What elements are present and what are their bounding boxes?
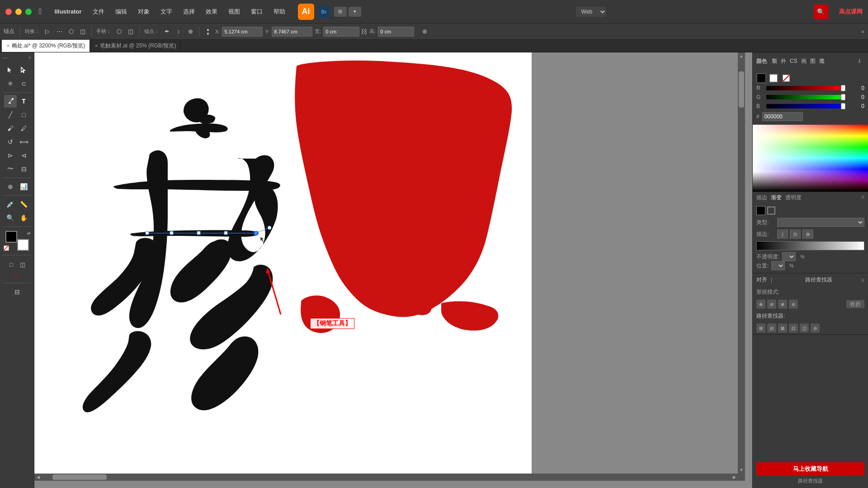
w-value-input[interactable] [323,27,359,37]
maximize-button[interactable] [25,9,32,15]
scroll-thumb-v[interactable] [739,71,744,108]
panel-tab-4[interactable]: CS [790,58,797,64]
scroll-left-arrow[interactable]: ◀ [34,474,42,481]
menu-window[interactable]: 窗口 [245,6,268,18]
gradient-tab[interactable]: 渐变 [771,194,782,202]
grad-stroke-swatch[interactable] [767,206,775,215]
minimize-button[interactable] [15,9,22,15]
zoom-tool[interactable]: 🔍 [4,211,17,224]
stroke-opt-3[interactable]: ⊞ [802,230,813,239]
panel-tab-5[interactable]: 画 [801,57,807,65]
tab-inactive[interactable]: ✕ 笔触素材.ai @ 25% (RGB/预览) [90,40,181,52]
menu-text[interactable]: 文字 [155,6,178,18]
line-tool[interactable]: ╱ [4,108,17,121]
pathfinder-crop-icon[interactable]: ⊡ [789,324,798,333]
toolbox-options[interactable]: ≡ [28,55,31,60]
direct-select-tool[interactable] [18,64,30,76]
pathfinder-merge-icon[interactable]: ⊠ [778,324,787,333]
color-spectrum[interactable] [753,125,868,192]
lasso-tool[interactable]: ⊂ [18,77,30,90]
stroke-opt-1[interactable]: | [777,230,788,239]
canvas-area[interactable]: 【钢笔工具】 ▲ ▼ ◀ ▶ [34,52,752,488]
chain-icon[interactable]: ⛓ [361,28,367,35]
type-select[interactable]: 线性 径向 [777,218,864,227]
expand-button[interactable]: 收折 [846,300,864,308]
screen-mode-button[interactable]: ⊟ [11,286,24,298]
pen-tool[interactable] [4,95,17,108]
br-logo[interactable]: Br [318,5,330,18]
warp-tool[interactable]: 〜 [4,163,17,175]
grad-fill-swatch[interactable] [756,206,765,215]
paintbrush-tool[interactable]: 🖌 [4,122,17,135]
type-tool[interactable]: T [18,95,30,108]
info-button[interactable]: ℹ [855,55,864,67]
stroke-opt-2[interactable]: ⊡ [790,230,801,239]
rect-tool[interactable]: □ [18,108,30,121]
close-icon[interactable]: ✕ [6,43,10,48]
scale-tool[interactable]: ⊳ [4,149,17,162]
shape-exclude-icon[interactable]: ⊘ [789,300,798,309]
shear-tool[interactable]: ⊲ [18,149,30,162]
menu-illustrator[interactable]: Illustrator [49,6,87,17]
position-select[interactable] [771,261,785,270]
convert-icon-1[interactable]: ▷ [42,27,52,37]
toolbar-expand-button[interactable]: » [861,28,864,35]
none-swatch[interactable] [4,245,9,251]
none-color-swatch[interactable] [783,75,790,82]
menu-edit[interactable]: 编辑 [110,6,132,18]
color-tab[interactable]: 颜色 [756,57,767,65]
menu-file[interactable]: 文件 [87,6,110,18]
convert-icon-3[interactable]: ⬡ [66,27,76,37]
convert-icon-4[interactable]: ◫ [78,27,88,37]
vertical-scrollbar[interactable]: ▲ ▼ [738,52,745,474]
horizontal-scrollbar[interactable]: ◀ ▶ [34,474,738,481]
toolbox-collapse[interactable]: — [3,55,7,60]
anchorpt-icon-3[interactable]: ⊕ [185,27,195,37]
scroll-thumb-h[interactable] [52,474,107,480]
handle-icon-2[interactable]: ◫ [126,27,136,37]
panel-tab-6[interactable]: 图 [810,57,816,65]
anchorpt-icon-2[interactable]: ↕ [174,27,184,37]
view-mode-selector[interactable]: Web Print Video [576,7,606,17]
r-slider-track[interactable] [766,86,845,90]
convert-icon-2[interactable]: ⋯ [54,27,64,37]
x-stepper-up[interactable]: ▲▼ [203,27,213,37]
menu-object[interactable]: 对象 [132,6,155,18]
outline-mode-icon[interactable]: ◫ [18,259,28,269]
menu-view[interactable]: 视图 [223,6,245,18]
symbol-tool[interactable]: ⊕ [4,180,17,193]
graph-tool[interactable]: 📊 [18,180,30,193]
panel-expand-icon[interactable]: ≡ [861,194,864,202]
r-slider-thumb[interactable] [841,85,845,91]
normal-mode-icon[interactable]: □ [6,259,16,269]
stroke-tab[interactable]: 描边 [756,194,767,202]
panel-tab-2[interactable]: 颓 [772,57,777,65]
pathfinder-minus-back-icon[interactable]: ⊖ [811,324,820,333]
fill-swatch[interactable] [5,231,17,243]
menu-effect[interactable]: 效果 [200,6,223,18]
align-expand-icon[interactable]: ≡ [861,277,864,283]
pathfinder-trim-icon[interactable]: ⊟ [767,324,776,333]
hex-input[interactable]: 000000 [762,112,803,121]
menu-help[interactable]: 帮助 [268,6,291,18]
blob-brush-tool[interactable]: 🖊 [18,122,30,135]
stroke-swatch[interactable] [17,239,29,251]
swap-colors-icon[interactable]: ⇄ [27,231,31,235]
transparency-tab[interactable]: 透明度 [785,194,802,202]
opacity-select[interactable] [782,252,796,261]
h-value-input[interactable] [378,27,414,37]
scroll-right-arrow[interactable]: ▶ [731,474,738,481]
gradient-bar[interactable] [756,241,864,250]
transform-icon[interactable]: ⊛ [420,27,429,37]
hand-tool[interactable]: ✋ [18,211,30,224]
y-value-input[interactable] [272,27,312,37]
panel-tab-7[interactable]: 魔 [819,57,825,65]
reflect-tool[interactable]: ⟺ [18,136,30,148]
scroll-up-arrow[interactable]: ▲ [738,52,745,60]
handle-icon-1[interactable]: ⬡ [114,27,124,37]
tab-active[interactable]: ✕ 椭处.ai* @ 3200% (RGB/预览) [2,40,90,52]
b-slider-track[interactable] [766,104,845,108]
b-slider-thumb[interactable] [841,103,845,109]
eyedropper-tool[interactable]: 💉 [4,198,17,211]
search-icon[interactable]: 🔍 [814,5,828,19]
